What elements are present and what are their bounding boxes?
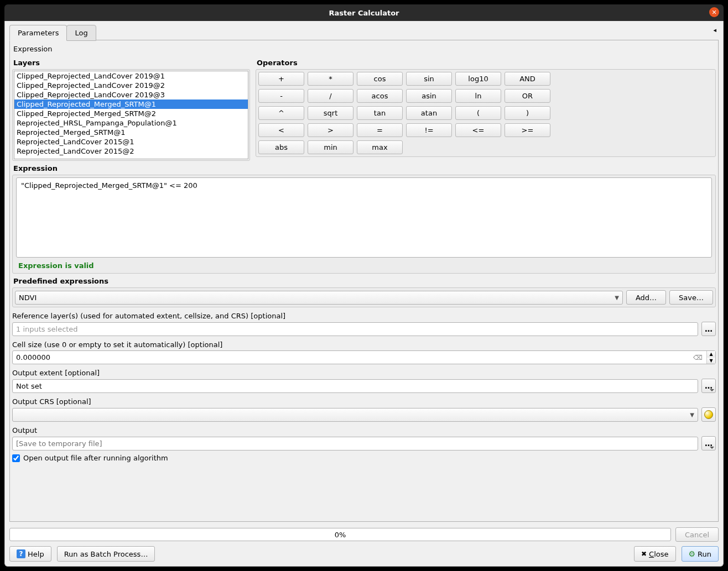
operator-button[interactable]: *: [308, 72, 353, 86]
output-label: Output: [12, 426, 716, 434]
cellsize-spinbox[interactable]: ⌫ ▲▼: [12, 350, 716, 364]
operator-button[interactable]: min: [308, 140, 353, 154]
operator-button[interactable]: (: [455, 106, 501, 120]
predefined-selected-value: NDVI: [19, 294, 37, 302]
tab-parameters[interactable]: Parameters: [9, 25, 67, 41]
reference-layer-browse-button[interactable]: …: [701, 322, 716, 336]
window-close-button[interactable]: ✕: [709, 7, 719, 17]
layer-item[interactable]: Clipped_Reprojected_Merged_SRTM@1: [14, 99, 248, 109]
reference-layer-label: Reference layer(s) (used for automated e…: [12, 312, 716, 320]
operator-button[interactable]: <=: [455, 123, 501, 137]
predefined-save-button[interactable]: Save…: [669, 290, 713, 305]
open-after-checkbox[interactable]: [12, 454, 20, 462]
layer-item[interactable]: Reprojected_LandCover 2015@2: [14, 146, 248, 156]
cellsize-input[interactable]: [12, 350, 716, 364]
operator-button[interactable]: !=: [406, 123, 452, 137]
extent-browse-button[interactable]: …: [701, 379, 716, 393]
close-button[interactable]: ✖Close: [634, 546, 675, 562]
operator-button[interactable]: sin: [406, 72, 452, 86]
crs-dropdown[interactable]: ▼: [12, 408, 698, 422]
raster-calculator-window: Raster Calculator ✕ Parameters Log ◂ Exp…: [0, 0, 728, 571]
run-button[interactable]: ⚙Run: [682, 546, 719, 562]
operator-button[interactable]: /: [308, 89, 353, 103]
layer-item[interactable]: Clipped_Reprojected_Merged_SRTM@2: [14, 109, 248, 118]
open-after-label[interactable]: Open output file after running algorithm: [23, 454, 168, 462]
cellsize-down-icon[interactable]: ▼: [706, 358, 715, 364]
layer-item[interactable]: Reprojected_Merged_SRTM@1: [14, 128, 248, 137]
tab-log[interactable]: Log: [66, 25, 96, 41]
extent-field[interactable]: [12, 379, 698, 393]
operator-button[interactable]: >=: [505, 123, 550, 137]
help-button[interactable]: ?Help: [9, 546, 51, 562]
window-title: Raster Calculator: [329, 9, 399, 17]
operator-button[interactable]: AND: [505, 72, 550, 86]
operators-grid: +*cossinlog10AND-/acosasinlnOR^sqrttanat…: [258, 72, 713, 154]
operators-heading: Operators: [257, 59, 716, 67]
layers-listbox[interactable]: Clipped_Reprojected_LandCover 2019@1Clip…: [14, 71, 248, 159]
help-icon: ?: [17, 549, 25, 558]
operator-button[interactable]: ln: [455, 89, 501, 103]
operator-button[interactable]: ): [505, 106, 550, 120]
layer-item[interactable]: Reprojected_LandCover 2015@1: [14, 137, 248, 146]
reference-layer-field[interactable]: [12, 322, 698, 336]
operator-button[interactable]: +: [258, 72, 304, 86]
titlebar: Raster Calculator ✕: [4, 4, 724, 21]
chevron-down-icon: ▼: [690, 412, 694, 418]
output-field[interactable]: [12, 437, 698, 450]
progress-text: 0%: [335, 531, 346, 539]
operator-button[interactable]: >: [308, 123, 353, 137]
operator-button[interactable]: tan: [357, 106, 403, 120]
run-icon: ⚙: [689, 549, 696, 558]
operator-button[interactable]: sqrt: [308, 106, 353, 120]
layer-item[interactable]: Reprojected_HRSL_Pampanga_Population@1: [14, 118, 248, 128]
run-batch-button[interactable]: Run as Batch Process…: [57, 546, 155, 562]
expression-validation-message: Expression is valid: [18, 261, 712, 270]
expression-textarea[interactable]: [16, 177, 712, 258]
cellsize-up-icon[interactable]: ▲: [706, 351, 715, 358]
layers-heading: Layers: [13, 59, 250, 67]
predefined-add-button[interactable]: Add…: [626, 290, 666, 305]
crs-select-button[interactable]: [701, 407, 716, 422]
operator-button[interactable]: ^: [258, 106, 304, 120]
progress-bar: 0%: [9, 528, 671, 541]
layer-item[interactable]: Clipped_Reprojected_LandCover 2019@1: [14, 71, 248, 81]
operator-button[interactable]: log10: [455, 72, 501, 86]
operator-button[interactable]: <: [258, 123, 304, 137]
extent-label: Output extent [optional]: [12, 369, 716, 377]
layer-item[interactable]: Clipped_Reprojected_LandCover 2019@2: [14, 81, 248, 90]
expression-heading: Expression: [13, 164, 716, 172]
close-icon: ✖: [641, 550, 647, 558]
operator-button[interactable]: acos: [357, 89, 403, 103]
operator-button[interactable]: OR: [505, 89, 550, 103]
parameters-panel: Expression Layers Clipped_Reprojected_La…: [9, 40, 719, 522]
window-content: Parameters Log ◂ Expression Layers Clipp…: [4, 21, 724, 567]
cellsize-clear-icon[interactable]: ⌫: [693, 354, 703, 362]
layer-item[interactable]: Clipped_Reprojected_LandCover 2019@3: [14, 90, 248, 99]
cellsize-label: Cell size (use 0 or empty to set it auto…: [12, 340, 716, 349]
crs-label: Output CRS [optional]: [12, 397, 716, 406]
operator-button[interactable]: atan: [406, 106, 452, 120]
globe-icon: [704, 410, 713, 419]
expand-arrow-icon[interactable]: ◂: [713, 27, 716, 34]
operator-button[interactable]: asin: [406, 89, 452, 103]
operator-button[interactable]: max: [357, 140, 403, 154]
output-browse-button[interactable]: …: [701, 436, 716, 450]
predefined-dropdown[interactable]: NDVI ▼: [15, 291, 623, 305]
operator-button[interactable]: -: [258, 89, 304, 103]
operator-button[interactable]: cos: [357, 72, 403, 86]
cancel-button: Cancel: [675, 527, 719, 542]
expression-heading-top: Expression: [13, 45, 716, 53]
chevron-down-icon: ▼: [615, 295, 619, 301]
operator-button[interactable]: abs: [258, 140, 304, 154]
predefined-heading: Predefined expressions: [13, 277, 716, 285]
operator-button[interactable]: =: [357, 123, 403, 137]
tab-bar: Parameters Log ◂: [9, 24, 719, 40]
